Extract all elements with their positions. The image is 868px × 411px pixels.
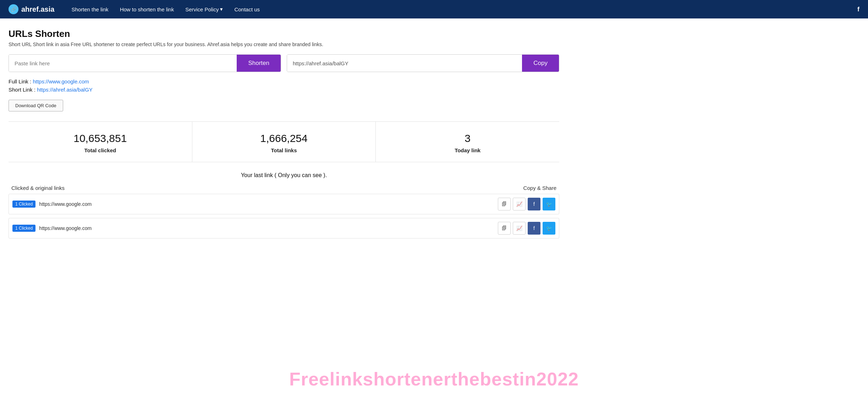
last-link-title: Your last link ( Only you can see ).	[9, 172, 559, 179]
logo[interactable]: 🔗 ahref.asia	[9, 4, 54, 14]
facebook-share-button[interactable]: f	[528, 222, 540, 235]
main-content: URLs Shorten Short URL Short link in asi…	[0, 18, 568, 239]
nav-shorten-link[interactable]: Shorten the link	[71, 6, 108, 12]
share-buttons: 🗐 📈 f 🐦	[498, 222, 555, 235]
short-link-url[interactable]: https://ahref.asia/balGY	[37, 87, 93, 93]
url-row: Shorten Copy	[9, 54, 559, 72]
navbar: 🔗 ahref.asia Shorten the link How to sho…	[0, 0, 868, 18]
download-qr-button[interactable]: Download QR Code	[9, 100, 63, 111]
link-url: https://www.google.com	[39, 225, 498, 231]
table-header-right: Copy & Share	[523, 185, 556, 191]
facebook-share-button[interactable]: f	[528, 198, 540, 210]
chart-button[interactable]: 📈	[513, 198, 526, 210]
shorten-button[interactable]: Shorten	[237, 55, 281, 72]
copy-share-button[interactable]: 🗐	[498, 222, 511, 235]
share-buttons: 🗐 📈 f 🐦	[498, 198, 555, 210]
full-link-url[interactable]: https://www.google.com	[33, 78, 89, 84]
table-header-left: Clicked & original links	[11, 185, 65, 191]
nav-contact[interactable]: Contact us	[234, 6, 260, 12]
logo-icon: 🔗	[9, 4, 18, 14]
copy-button[interactable]: Copy	[522, 55, 559, 72]
link-url: https://www.google.com	[39, 201, 498, 207]
url-output-input[interactable]	[287, 55, 522, 72]
url-output-group: Copy	[287, 54, 559, 72]
copy-share-button[interactable]: 🗐	[498, 198, 511, 210]
stat-total-links: 1,666,254 Total links	[192, 122, 376, 162]
nav-service-policy[interactable]: Service Policy ▾	[185, 6, 223, 12]
facebook-icon[interactable]: f	[857, 6, 859, 13]
stat-total-clicked: 10,653,851 Total clicked	[9, 122, 192, 162]
full-link-info: Full Link : https://www.google.com	[9, 78, 559, 84]
stats-row: 10,653,851 Total clicked 1,666,254 Total…	[9, 121, 559, 162]
page-subtitle: Short URL Short link in asia Free URL sh…	[9, 42, 559, 47]
logo-text: ahref.asia	[21, 5, 54, 13]
twitter-share-button[interactable]: 🐦	[543, 198, 555, 210]
chevron-down-icon: ▾	[220, 6, 223, 12]
table-header: Clicked & original links Copy & Share	[9, 185, 559, 194]
url-input-group: Shorten	[9, 54, 281, 72]
link-row: 1 Clicked https://www.google.com 🗐 📈 f 🐦	[9, 218, 559, 239]
clicked-badge: 1 Clicked	[12, 225, 35, 232]
url-input[interactable]	[9, 55, 237, 72]
stat-today-link: 3 Today link	[376, 122, 559, 162]
link-row: 1 Clicked https://www.google.com 🗐 📈 f 🐦	[9, 194, 559, 214]
twitter-share-button[interactable]: 🐦	[543, 222, 555, 235]
chart-button[interactable]: 📈	[513, 222, 526, 235]
clicked-badge: 1 Clicked	[12, 201, 35, 208]
page-title: URLs Shorten	[9, 28, 559, 39]
short-link-info: Short Link : https://ahref.asia/balGY	[9, 87, 559, 93]
nav-how-to[interactable]: How to shorten the link	[120, 6, 174, 12]
